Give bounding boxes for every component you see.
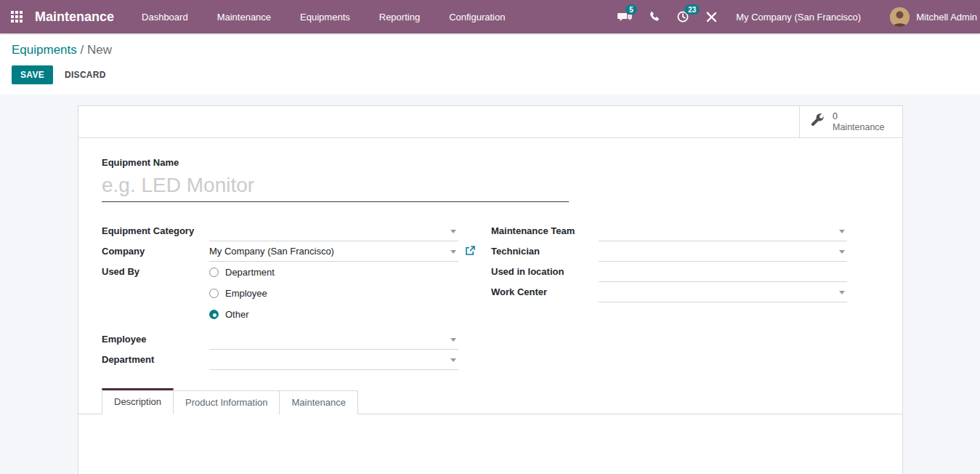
tools-icon — [705, 11, 718, 23]
discard-button[interactable]: DISCARD — [65, 70, 106, 80]
radio-unselected-icon — [209, 268, 219, 277]
chevron-down-icon — [450, 338, 456, 342]
external-link-icon[interactable] — [465, 246, 475, 259]
maintenance-team-field[interactable] — [599, 222, 847, 241]
breadcrumb-current: New — [87, 43, 112, 57]
menu-item-configuration[interactable]: Configuration — [434, 12, 519, 23]
department-label: Department — [102, 350, 209, 370]
maintenance-team-label: Maintenance Team — [491, 221, 599, 241]
wrench-icon — [810, 113, 825, 131]
maintenance-stat-label: Maintenance — [833, 122, 885, 132]
chevron-down-icon — [839, 250, 845, 254]
app-brand[interactable]: Maintenance — [35, 9, 114, 25]
apps-menu-button[interactable] — [0, 0, 33, 33]
menu-item-dashboard[interactable]: Dashboard — [127, 12, 203, 23]
work-center-field[interactable] — [599, 283, 847, 302]
used-by-radio-group: Department Employee Other — [209, 262, 275, 325]
form-right-column: Maintenance Team Technician — [491, 221, 847, 370]
employee-label: Employee — [102, 329, 209, 350]
form-sheet: Equipment Name Equipment Category Compan… — [78, 138, 902, 370]
breadcrumb-equipments-link[interactable]: Equipments — [12, 43, 77, 57]
top-navbar: Maintenance Dashboard Maintenance Equipm… — [0, 0, 980, 33]
breadcrumb: Equipments / New — [12, 43, 968, 57]
activities-button[interactable]: 23 — [668, 0, 697, 33]
used-in-location-label: Used in location — [491, 262, 599, 282]
radio-selected-icon — [209, 310, 219, 319]
messages-button[interactable]: 5 — [610, 0, 641, 33]
used-by-label: Used By — [102, 262, 209, 282]
tab-maintenance[interactable]: Maintenance — [279, 390, 357, 414]
main-menu: Dashboard Maintenance Equipments Reporti… — [127, 12, 519, 23]
equipment-category-field[interactable] — [209, 222, 458, 241]
menu-item-reporting[interactable]: Reporting — [365, 12, 434, 23]
company-field-value: My Company (San Francisco) — [209, 246, 334, 257]
control-panel: Equipments / New SAVE DISCARD — [0, 33, 980, 95]
apps-grid-icon — [11, 11, 23, 23]
menu-item-maintenance[interactable]: Maintenance — [203, 12, 286, 23]
equipment-name-label: Equipment Name — [102, 157, 879, 168]
menu-item-equipments[interactable]: Equipments — [286, 12, 365, 23]
equipment-category-label: Equipment Category — [102, 221, 209, 241]
used-by-option-employee[interactable]: Employee — [209, 283, 275, 304]
used-by-option-other[interactable]: Other — [209, 304, 275, 325]
used-in-location-field[interactable] — [599, 262, 847, 282]
work-center-label: Work Center — [491, 282, 599, 302]
phone-icon — [649, 11, 660, 23]
messages-badge: 5 — [625, 4, 637, 15]
maintenance-count: 0 — [833, 111, 838, 121]
form-header: 0 Maintenance — [78, 106, 902, 138]
chevron-down-icon — [839, 291, 845, 294]
user-menu[interactable]: Mitchell Admin — [871, 0, 980, 33]
voip-button[interactable] — [641, 0, 668, 33]
user-name: Mitchell Admin — [916, 12, 977, 23]
chevron-down-icon — [839, 230, 845, 233]
technician-label: Technician — [491, 241, 599, 262]
equipment-form-card: 0 Maintenance Equipment Name Equipment C… — [78, 105, 903, 474]
equipment-name-input[interactable] — [102, 172, 569, 202]
employee-field[interactable] — [209, 330, 458, 350]
main-content: 0 Maintenance Equipment Name Equipment C… — [0, 95, 980, 474]
form-left-column: Equipment Category Company My Company (S… — [102, 221, 458, 370]
radio-unselected-icon — [209, 289, 219, 298]
tab-description[interactable]: Description — [102, 388, 174, 414]
breadcrumb-separator: / — [81, 43, 87, 57]
chevron-down-icon — [450, 358, 456, 362]
tab-content-description[interactable] — [78, 414, 902, 474]
chevron-down-icon — [450, 230, 456, 233]
chevron-down-icon — [450, 250, 456, 254]
debug-tools-button[interactable] — [697, 0, 726, 33]
company-label: Company — [102, 241, 209, 262]
save-button[interactable]: SAVE — [12, 65, 53, 84]
company-field[interactable]: My Company (San Francisco) — [209, 242, 458, 262]
user-avatar — [890, 7, 910, 27]
company-switcher[interactable]: My Company (San Francisco) — [726, 0, 871, 33]
maintenance-stat-button[interactable]: 0 Maintenance — [799, 106, 902, 137]
technician-field[interactable] — [599, 242, 847, 262]
department-field[interactable] — [209, 350, 458, 370]
used-by-option-department[interactable]: Department — [209, 262, 275, 283]
notebook-tabs: Description Product Information Maintena… — [78, 388, 902, 414]
tab-product-information[interactable]: Product Information — [173, 390, 280, 414]
